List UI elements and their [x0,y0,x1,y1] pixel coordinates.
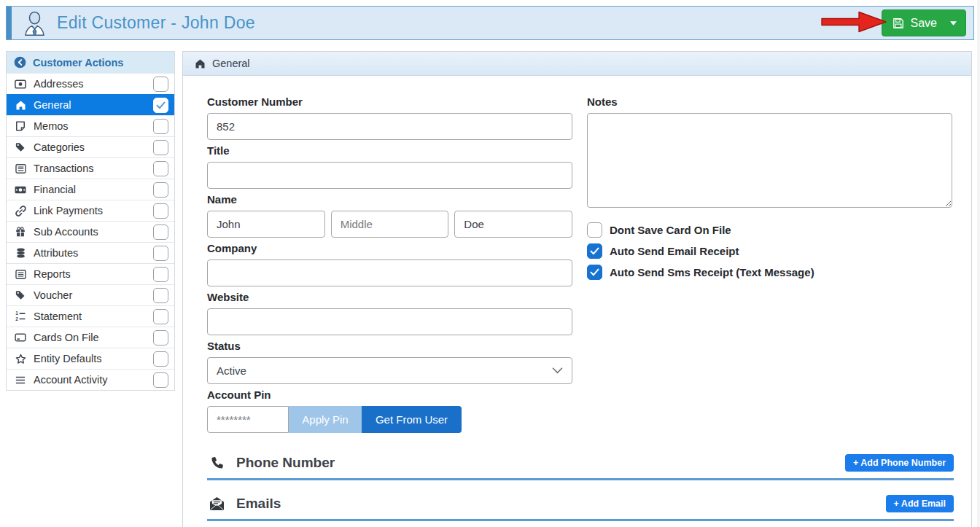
sidebar-item-checkbox[interactable] [153,140,168,155]
status-select[interactable]: Active [207,357,572,384]
gift-icon [14,227,27,237]
svg-text:1: 1 [15,311,18,316]
checkbox-label: Auto Send Email Receipt [610,245,739,257]
sidebar-item-label: Statement [34,311,82,322]
star-icon [14,354,27,364]
sidebar-item-addresses[interactable]: Addresses [7,73,174,94]
sidebar-item-link-payments[interactable]: Link Payments [7,200,174,221]
notes-textarea[interactable] [587,113,952,208]
checkbox[interactable] [587,222,602,238]
account-pin-input[interactable] [207,406,289,433]
contact-sections: Phone Number + Add Phone Number [207,450,954,521]
sidebar-item-checkbox[interactable] [153,267,168,282]
sidebar-item-label: General [34,99,71,111]
checkbox-row-auto-send-email-receipt[interactable]: Auto Send Email Receipt [587,241,952,262]
floppy-disk-icon [892,17,904,29]
sidebar-item-checkbox[interactable] [153,225,168,240]
sidebar-item-checkbox[interactable] [153,182,168,198]
memo-icon [14,121,27,131]
account-pin-label: Account Pin [207,389,572,402]
general-form: Customer Number Title Name [183,76,971,521]
sidebar-header: Customer Actions [7,52,174,73]
money-icon [14,186,27,194]
save-button[interactable]: Save [882,17,944,30]
sidebar-item-checkbox[interactable] [153,77,168,92]
first-name-input[interactable] [207,211,325,238]
sidebar-item-sub-accounts[interactable]: Sub Accounts [7,221,174,242]
sidebar-item-reports[interactable]: Reports [7,263,174,284]
checkbox[interactable] [587,243,602,259]
home-icon [14,100,27,111]
company-input[interactable] [207,259,572,286]
customer-number-input[interactable] [207,113,572,140]
sidebar-item-checkbox[interactable] [153,351,168,367]
company-label: Company [207,242,572,255]
checkbox[interactable] [587,265,602,280]
sidebar-item-memos[interactable]: Memos [7,115,174,136]
save-dropdown-toggle[interactable] [944,10,965,36]
sidebar-item-checkbox[interactable] [153,119,168,134]
list-icon [14,270,27,279]
sidebar-item-label: Transactions [34,163,93,174]
sidebar-item-checkbox[interactable] [153,246,168,261]
title-input[interactable] [207,162,572,189]
last-name-input[interactable] [454,211,572,238]
receipt-options: Dont Save Card On File Auto Send Email R… [587,219,952,283]
sidebar-item-label: Account Activity [34,374,108,386]
panel-header: General [183,52,971,76]
checkbox-row-auto-send-sms-receipt-text-message[interactable]: Auto Send Sms Receipt (Text Message) [587,262,952,283]
sidebar-header-label: Customer Actions [33,57,123,69]
general-panel: General Customer Number Title Name [182,51,972,527]
sidebar-item-label: Reports [34,268,71,280]
checkbox-row-dont-save-card-on-file[interactable]: Dont Save Card On File [587,219,952,241]
save-button-label: Save [911,17,937,30]
add-phone-number-button[interactable]: + Add Phone Number [845,454,954,472]
emails-section: Emails + Add Email [207,491,954,521]
list-icon [14,164,27,173]
name-label: Name [207,193,572,206]
sidebar-item-checkbox[interactable] [153,98,168,113]
sidebar-item-checkbox[interactable] [153,372,168,388]
sidebar-item-statement[interactable]: 12 Statement [7,305,174,327]
id-card-icon [14,79,27,89]
apply-pin-button[interactable]: Apply Pin [289,406,362,433]
credit-card-icon [14,333,27,342]
notes-label: Notes [587,95,952,109]
arrow-circle-left-icon[interactable] [14,56,26,69]
emails-section-title: Emails [236,496,281,512]
sidebar-item-attributes[interactable]: Attributes [7,242,174,263]
sidebar-item-voucher[interactable]: Voucher [7,284,174,305]
sidebar-item-label: Link Payments [34,205,103,216]
save-button-group: Save [882,9,966,36]
sidebar-item-checkbox[interactable] [153,309,168,324]
link-icon [14,206,27,216]
checkbox-label: Dont Save Card On File [610,224,731,236]
sidebar-item-checkbox[interactable] [153,330,168,346]
checkbox-label: Auto Send Sms Receipt (Text Message) [610,266,814,278]
sidebar-item-account-activity[interactable]: Account Activity [7,369,174,390]
status-label: Status [207,340,572,353]
sidebar-item-label: Financial [34,184,76,195]
middle-name-input[interactable] [331,211,449,238]
sidebar-item-transactions[interactable]: Transactions [7,157,174,179]
sidebar-item-categories[interactable]: Categories [7,136,174,157]
get-from-user-button[interactable]: Get From User [362,406,462,433]
sidebar-item-checkbox[interactable] [153,288,168,303]
sidebar-item-label: Voucher [34,289,72,301]
sidebar-item-checkbox[interactable] [153,161,168,176]
database-icon [14,248,27,258]
panel-header-label: General [212,58,250,69]
sidebar-item-general[interactable]: General [7,94,174,115]
caret-down-icon [950,21,957,26]
sidebar-item-financial[interactable]: Financial [7,179,174,200]
phone-icon [207,456,226,471]
sidebar-item-label: Attributes [34,247,78,259]
tag-icon [14,142,27,152]
sidebar-item-entity-defaults[interactable]: Entity Defaults [7,348,174,369]
sidebar-item-cards-on-file[interactable]: Cards On File [7,327,174,348]
sidebar-item-checkbox[interactable] [153,203,168,219]
website-input[interactable] [207,308,572,335]
svg-text:2: 2 [15,316,18,321]
phone-number-section: Phone Number + Add Phone Number [207,450,954,480]
add-email-button[interactable]: + Add Email [886,495,954,512]
